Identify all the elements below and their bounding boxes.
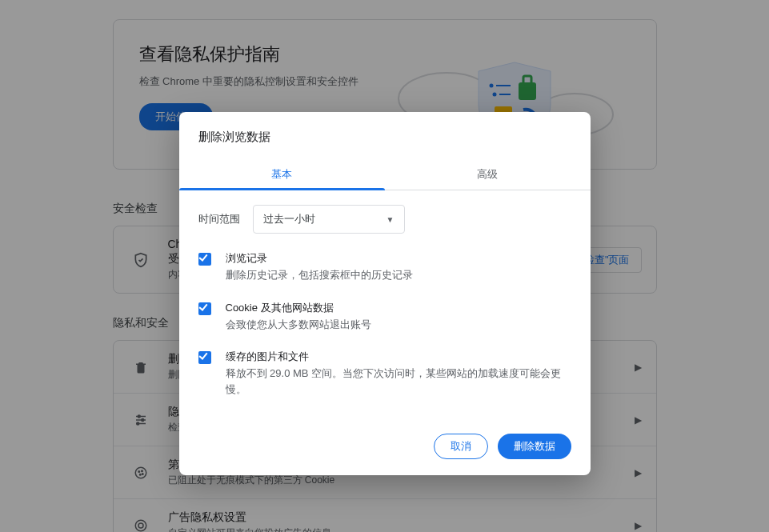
checkbox-checked-icon[interactable] — [198, 302, 211, 315]
option-sub: 会致使您从大多数网站退出账号 — [226, 317, 371, 333]
checkbox-checked-icon[interactable] — [198, 253, 211, 266]
tab-advanced[interactable]: 高级 — [385, 158, 591, 190]
checkbox-checked-icon[interactable] — [198, 351, 211, 364]
cancel-button[interactable]: 取消 — [434, 434, 488, 459]
tab-basic[interactable]: 基本 — [179, 158, 385, 190]
time-range-value: 过去一小时 — [263, 212, 315, 226]
dialog-tabs: 基本 高级 — [179, 158, 591, 190]
confirm-delete-button[interactable]: 删除数据 — [498, 434, 571, 459]
option-title: 浏览记录 — [226, 251, 413, 266]
time-range-label: 时间范围 — [198, 212, 240, 226]
option-cookies[interactable]: Cookie 及其他网站数据 会致使您从大多数网站退出账号 — [198, 301, 571, 333]
option-title: 缓存的图片和文件 — [226, 350, 562, 364]
clear-browsing-data-dialog: 删除浏览数据 基本 高级 时间范围 过去一小时 ▼ 浏览记录 删除历史记录，包括… — [179, 112, 591, 475]
option-title: Cookie 及其他网站数据 — [226, 301, 371, 315]
chevron-down-icon: ▼ — [387, 215, 395, 224]
option-sub: 删除历史记录，包括搜索框中的历史记录 — [226, 267, 413, 283]
option-sub: 释放不到 29.0 MB 空间。当您下次访问时，某些网站的加载速度可能会更慢。 — [226, 366, 562, 397]
option-browsing-history[interactable]: 浏览记录 删除历史记录，包括搜索框中的历史记录 — [198, 251, 571, 283]
option-cache[interactable]: 缓存的图片和文件 释放不到 29.0 MB 空间。当您下次访问时，某些网站的加载… — [198, 350, 571, 397]
time-range-select[interactable]: 过去一小时 ▼ — [253, 205, 405, 234]
dialog-title: 删除浏览数据 — [179, 112, 591, 158]
